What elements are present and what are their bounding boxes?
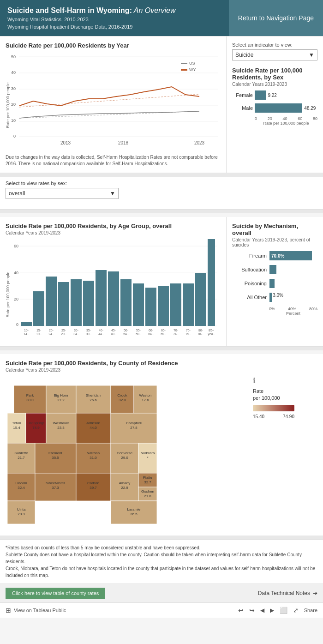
svg-text:0: 0 <box>16 322 18 327</box>
undo-button[interactable]: ↩ <box>238 607 244 614</box>
svg-rect-44 <box>183 283 194 326</box>
svg-text:2018: 2018 <box>118 140 129 145</box>
indicator-select[interactable]: Suicide ▼ <box>232 49 317 60</box>
svg-rect-31 <box>21 322 32 326</box>
natrona-label: Natrona <box>87 451 100 455</box>
svg-text:20-: 20- <box>49 329 54 332</box>
svg-text:49..: 49.. <box>111 332 116 336</box>
platte-label: Platte <box>143 475 153 480</box>
share-label[interactable]: Share <box>304 608 317 613</box>
suffocation-label: Suffocation <box>232 267 267 272</box>
svg-text:14..: 14.. <box>24 332 29 336</box>
svg-text:20: 20 <box>11 102 16 107</box>
sex-selector-dropdown[interactable]: overall ▼ <box>6 188 119 199</box>
converse-rate: 29.0 <box>121 456 128 460</box>
legend-max: 74.90 <box>283 414 294 419</box>
teton-label: Teton <box>12 421 21 425</box>
footnotes: *Rates based on counts of less than 5 ma… <box>0 539 323 584</box>
suffocation-bar <box>269 265 276 274</box>
indicator-value: Suicide <box>235 52 253 58</box>
data-notes-label: Data Technical Notes <box>258 590 310 596</box>
nav-button[interactable]: Return to Navigation Page <box>229 0 323 36</box>
svg-text:15-: 15- <box>36 329 42 332</box>
data-notes-link[interactable]: Data Technical Notes ➔ <box>258 590 317 596</box>
sex-selector-label: Select to view rates by sex: <box>6 181 317 186</box>
chevron-down-icon: ▼ <box>309 52 314 58</box>
divider-1 <box>0 173 323 177</box>
svg-text:yea..: yea.. <box>208 332 215 336</box>
map-container: Park 30.0 Big Horn 27.2 Sheridan 26.6 Cr… <box>6 376 249 530</box>
county-map-subtitle: Calendar Years 2019-2023 <box>6 367 317 373</box>
albany-rate: 22.9 <box>121 486 128 490</box>
svg-rect-35 <box>71 279 82 326</box>
page-title: Suicide and Self-Harm in Wyoming: An Ove… <box>7 6 221 15</box>
arrow-icon: ➔ <box>313 590 317 596</box>
svg-text:69..: 69.. <box>161 332 166 336</box>
svg-text:2013: 2013 <box>60 140 71 145</box>
svg-rect-18 <box>181 63 187 64</box>
title-regular: An Overview <box>132 6 176 14</box>
weston-label: Weston <box>139 393 152 397</box>
crook-label: Crook <box>117 393 127 397</box>
device-icon: ⬜ <box>280 607 287 614</box>
share-icon[interactable]: ⤢ <box>293 607 299 614</box>
hotsprings-label: Hot Springs <box>28 421 45 425</box>
forward-button[interactable]: ▶ <box>270 607 274 614</box>
age-chart-subtitle: Calendar Years 2019-2023 <box>6 230 221 235</box>
carbon-label: Carbon <box>87 481 99 485</box>
washakie-rate: 23.3 <box>57 426 65 430</box>
male-row: Male 48.29 <box>232 103 317 113</box>
sweetwater-rate: 37.3 <box>52 486 59 490</box>
sublette-rate: 21.7 <box>18 456 25 460</box>
poisoning-label: Poisoning <box>232 281 267 286</box>
mechanism-chart: Firearm 70.0% Suffocation Poisoning <box>232 251 317 316</box>
view-public-label[interactable]: View on Tableau Public <box>14 608 66 613</box>
back-button[interactable]: ◀ <box>260 607 264 614</box>
bottom-bar: Click here to view table of county rates… <box>0 584 323 602</box>
subtitle-line1: Wyoming Vital Statistics, 2010-2023 <box>7 17 221 22</box>
svg-rect-20 <box>181 69 187 71</box>
page-header: Suicide and Self-Harm in Wyoming: An Ove… <box>0 0 323 36</box>
svg-text:60-: 60- <box>149 329 154 332</box>
line-chart-area: Suicide Rate per 100,000 Residents by Ye… <box>0 36 226 173</box>
sex-axis-80: 80 <box>313 116 317 121</box>
mech-axis-label: Percent <box>232 311 317 316</box>
legend-min: 15.40 <box>253 414 264 419</box>
svg-line-17 <box>19 111 199 118</box>
crook-rate: 32.0 <box>119 398 126 402</box>
converse-label: Converse <box>117 451 133 455</box>
county-section: Suicide Rate per 100,000 Residents, by C… <box>0 354 323 536</box>
redo-button[interactable]: ↪ <box>249 607 255 614</box>
svg-text:75-: 75- <box>186 329 191 332</box>
sex-chart-title: Suicide Rate per 100,000 Residents, by S… <box>232 67 317 81</box>
carbon-rate: 39.7 <box>90 486 97 490</box>
sheridan-rate: 26.6 <box>90 398 97 402</box>
mechanism-title: Suicide by Mechanism, overall <box>232 223 317 236</box>
firearm-label: Firearm <box>232 253 267 259</box>
fremont-label: Fremont <box>48 451 63 455</box>
lincoln-rate: 32.4 <box>18 486 25 490</box>
svg-text:84..: 84.. <box>198 332 203 336</box>
albany-label: Albany <box>119 481 130 485</box>
all-other-bar-wrap: 3.0% <box>269 293 317 302</box>
svg-text:44..: 44.. <box>98 332 104 336</box>
goshen-label: Goshen <box>141 489 154 494</box>
line-chart-svg: 50 40 30 20 10 0 Rate per 100,000 people… <box>6 50 218 151</box>
svg-text:64..: 64.. <box>148 332 154 336</box>
washakie-label: Washakie <box>53 421 69 425</box>
svg-rect-39 <box>120 279 132 326</box>
svg-text:80-: 80- <box>198 329 203 332</box>
park-rate: 30.0 <box>26 398 34 402</box>
svg-text:0: 0 <box>13 134 16 138</box>
county-rates-button[interactable]: Click here to view table of county rates <box>6 588 105 599</box>
svg-text:10-: 10- <box>24 329 29 332</box>
svg-text:WY: WY <box>189 67 196 72</box>
footnote-3: Crook, Niobrara, and Teton do not have h… <box>6 565 317 579</box>
mechanism-panel: Suicide by Mechanism, overall Calendar Y… <box>226 217 323 346</box>
svg-text:54..: 54.. <box>123 332 129 336</box>
sex-chart: Female 9.22 Male 48.29 0 20 40 60 <box>232 90 317 126</box>
svg-text:Rate per 100,000 people: Rate per 100,000 people <box>6 271 10 317</box>
teton-rate: 15.4 <box>13 426 20 430</box>
tableau-footer: ⊞ View on Tableau Public ↩ ↪ ◀ ▶ ⬜ ⤢ Sha… <box>0 602 323 618</box>
svg-text:70-: 70- <box>173 329 179 332</box>
